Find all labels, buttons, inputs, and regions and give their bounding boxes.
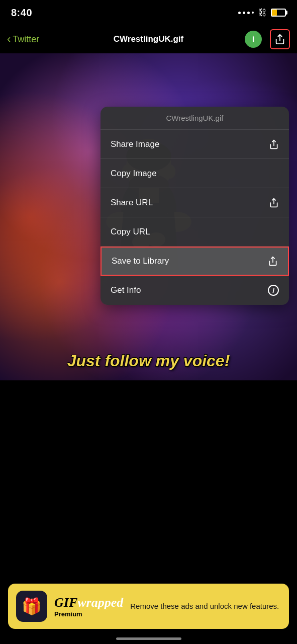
share-icon xyxy=(274,34,285,45)
signal-icon xyxy=(238,12,254,14)
info-button[interactable]: i xyxy=(245,31,262,48)
nav-title: CWrestlingUK.gif xyxy=(114,34,183,44)
menu-item-share-url-label: Share URL xyxy=(111,198,153,208)
back-arrow-icon: ‹ xyxy=(7,33,11,46)
link-icon: ⛓ xyxy=(258,8,267,18)
premium-banner[interactable]: 🎁 GIFwrapped Premium Remove these ads an… xyxy=(8,584,289,629)
status-time: 8:40 xyxy=(11,7,32,19)
share-button[interactable] xyxy=(270,29,290,49)
nav-right-buttons: i xyxy=(245,29,290,49)
menu-item-copy-url[interactable]: Copy URL xyxy=(101,217,289,247)
menu-item-share-image[interactable]: Share Image xyxy=(101,130,289,159)
black-area xyxy=(0,380,297,546)
banner-premium-label: Premium xyxy=(54,610,82,618)
home-indicator xyxy=(116,637,181,640)
get-info-icon: i xyxy=(268,285,279,296)
share-image-icon xyxy=(269,139,279,149)
status-bar: 8:40 ⛓ xyxy=(0,0,297,25)
info-label: i xyxy=(252,34,255,44)
battery-icon xyxy=(271,9,286,17)
menu-item-save-library[interactable]: Save to Library xyxy=(101,247,289,276)
status-icons: ⛓ xyxy=(238,8,286,18)
banner-text-block: Remove these ads and unlock new features… xyxy=(130,601,281,611)
share-url-icon xyxy=(269,198,279,208)
menu-header: CWrestlingUK.gif xyxy=(101,107,289,130)
menu-item-get-info-label: Get Info xyxy=(111,285,141,295)
menu-item-save-library-label: Save to Library xyxy=(112,256,169,266)
menu-item-share-image-label: Share Image xyxy=(111,139,159,149)
banner-description: Remove these ads and unlock new features… xyxy=(130,602,279,610)
back-button[interactable]: ‹ Twitter xyxy=(7,33,39,46)
banner-icon: 🎁 xyxy=(16,591,47,622)
save-library-icon xyxy=(268,256,278,266)
menu-item-share-url[interactable]: Share URL xyxy=(101,188,289,217)
menu-item-get-info[interactable]: Get Info i xyxy=(101,276,289,305)
back-label: Twitter xyxy=(13,34,39,45)
nav-bar: ‹ Twitter CWrestlingUK.gif i xyxy=(0,25,297,53)
banner-brand-block: GIFwrapped Premium xyxy=(54,595,123,618)
menu-item-copy-image-label: Copy Image xyxy=(111,169,157,179)
gif-caption: Just follow my voice! xyxy=(0,352,297,370)
banner-brand-name: GIFwrapped xyxy=(54,595,123,610)
menu-item-copy-image[interactable]: Copy Image xyxy=(101,159,289,188)
context-menu: CWrestlingUK.gif Share Image Copy Image … xyxy=(101,107,289,305)
gif-display: Just follow my voice! CWrestlingUK.gif S… xyxy=(0,53,297,380)
battery-fill xyxy=(272,10,277,16)
menu-item-copy-url-label: Copy URL xyxy=(111,227,150,237)
